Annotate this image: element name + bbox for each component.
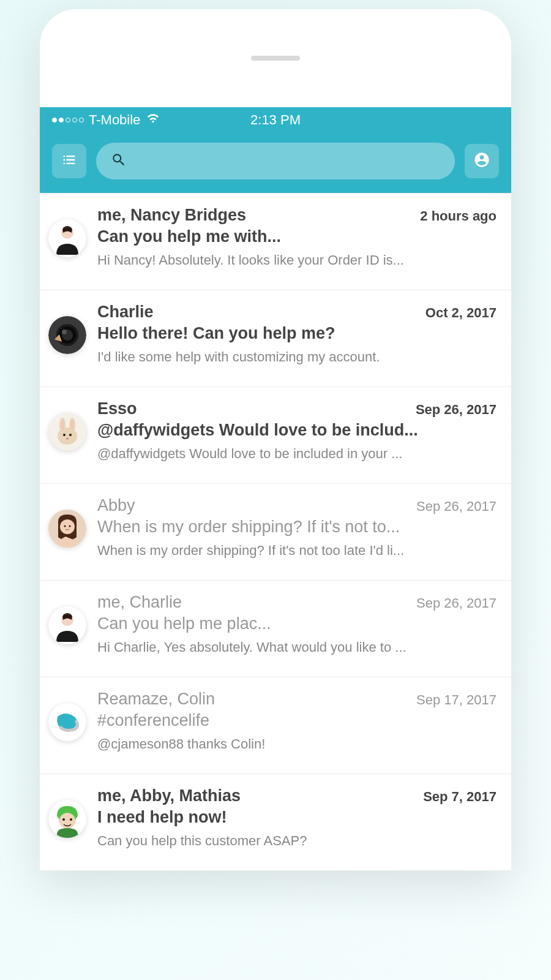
participants-label: me, Charlie xyxy=(97,593,182,612)
conversation-body: Esso Sep 26, 2017 @daffywidgets Would lo… xyxy=(97,399,497,462)
participants-label: Reamaze, Colin xyxy=(97,690,215,709)
conversation-list: me, Nancy Bridges 2 hours ago Can you he… xyxy=(40,193,511,871)
status-bar: T-Mobile 2:13 PM xyxy=(40,107,511,133)
svg-point-13 xyxy=(71,420,74,430)
conversation-row[interactable]: me, Abby, Mathias Sep 7, 2017 I need hel… xyxy=(40,774,511,871)
conversation-row[interactable]: me, Nancy Bridges 2 hours ago Can you he… xyxy=(40,194,511,290)
svg-point-28 xyxy=(62,818,65,821)
search-icon xyxy=(111,152,127,170)
profile-icon xyxy=(473,151,490,171)
participants-label: Esso xyxy=(97,399,137,418)
wifi-icon xyxy=(146,111,160,129)
conversation-row[interactable]: Charlie Oct 2, 2017 Hello there! Can you… xyxy=(40,290,511,387)
conversation-body: me, Abby, Mathias Sep 7, 2017 I need hel… xyxy=(97,786,497,849)
subject-label: Hello there! Can you help me? xyxy=(97,324,497,343)
profile-button[interactable] xyxy=(465,144,499,178)
conversation-body: me, Nancy Bridges 2 hours ago Can you he… xyxy=(97,206,497,268)
status-time: 2:13 PM xyxy=(250,112,301,128)
subject-label: #conferencelife xyxy=(97,711,497,730)
svg-point-12 xyxy=(61,420,64,430)
conversation-body: me, Charlie Sep 26, 2017 Can you help me… xyxy=(97,593,497,655)
conversation-body: Reamaze, Colin Sep 17, 2017 #conferencel… xyxy=(97,690,497,752)
app-header xyxy=(40,133,511,193)
preview-label: @daffywidgets Would love to be included … xyxy=(97,446,497,462)
svg-point-18 xyxy=(60,519,75,534)
timestamp-label: Sep 26, 2017 xyxy=(416,499,497,514)
preview-label: When is my order shipping? If it's not t… xyxy=(97,543,497,559)
conversation-row[interactable]: Abby Sep 26, 2017 When is my order shipp… xyxy=(40,484,511,581)
participants-label: me, Nancy Bridges xyxy=(97,206,246,225)
preview-label: Can you help this customer ASAP? xyxy=(97,833,497,849)
svg-point-7 xyxy=(62,330,67,334)
search-input[interactable] xyxy=(96,143,455,179)
timestamp-label: 2 hours ago xyxy=(420,208,497,224)
avatar xyxy=(48,510,86,548)
list-icon xyxy=(61,151,78,171)
preview-label: Hi Nancy! Absolutely. It looks like your… xyxy=(97,252,497,268)
svg-point-19 xyxy=(64,526,66,527)
participants-label: Abby xyxy=(97,496,135,515)
subject-label: When is my order shipping? If it's not t… xyxy=(97,518,497,537)
participants-label: Charlie xyxy=(97,303,154,322)
subject-label: I need help now! xyxy=(97,808,497,827)
avatar xyxy=(48,800,86,838)
subject-label: @daffywidgets Would love to be includ... xyxy=(97,421,497,440)
participants-label: me, Abby, Mathias xyxy=(97,786,241,805)
svg-point-20 xyxy=(69,526,71,527)
phone-frame: T-Mobile 2:13 PM me, Nancy Bridges xyxy=(40,9,511,871)
carrier-label: T-Mobile xyxy=(89,112,140,128)
menu-button[interactable] xyxy=(52,144,86,178)
avatar xyxy=(48,703,86,741)
timestamp-label: Sep 26, 2017 xyxy=(416,595,497,611)
phone-speaker xyxy=(251,56,300,61)
conversation-row[interactable]: Esso Sep 26, 2017 @daffywidgets Would lo… xyxy=(40,387,511,484)
timestamp-label: Sep 17, 2017 xyxy=(416,692,497,708)
conversation-row[interactable]: Reamaze, Colin Sep 17, 2017 #conferencel… xyxy=(40,677,511,774)
phone-bezel xyxy=(40,9,511,107)
avatar xyxy=(48,316,86,354)
subject-label: Can you help me plac... xyxy=(97,614,497,633)
signal-strength-icon xyxy=(52,118,84,123)
conversation-body: Charlie Oct 2, 2017 Hello there! Can you… xyxy=(97,303,497,365)
svg-point-16 xyxy=(66,438,69,440)
subject-label: Can you help me with... xyxy=(97,227,497,246)
timestamp-label: Sep 26, 2017 xyxy=(416,402,497,418)
svg-point-15 xyxy=(69,434,72,436)
preview-label: @cjameson88 thanks Colin! xyxy=(97,736,497,752)
conversation-row[interactable]: me, Charlie Sep 26, 2017 Can you help me… xyxy=(40,581,511,677)
avatar xyxy=(48,606,86,644)
svg-point-14 xyxy=(63,434,66,436)
timestamp-label: Sep 7, 2017 xyxy=(423,789,497,805)
conversation-body: Abby Sep 26, 2017 When is my order shipp… xyxy=(97,496,497,559)
avatar xyxy=(48,413,86,451)
avatar xyxy=(48,219,86,257)
timestamp-label: Oct 2, 2017 xyxy=(425,305,497,321)
preview-label: I'd like some help with customizing my a… xyxy=(97,349,497,365)
svg-point-29 xyxy=(70,818,72,821)
preview-label: Hi Charlie, Yes absolutely. What would y… xyxy=(97,639,497,655)
